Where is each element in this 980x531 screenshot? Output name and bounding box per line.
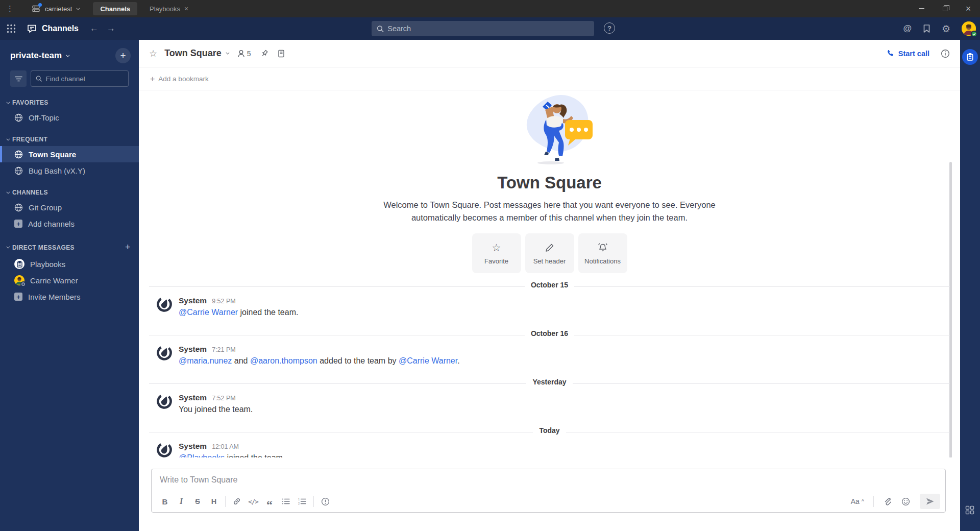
channel-filter-button[interactable]: [10, 70, 27, 87]
channel-label: Bug Bash (vX.Y): [29, 166, 85, 175]
system-post[interactable]: System 12:01 AM @Playbooks joined the te…: [139, 438, 960, 457]
sidebar-item-bug-bash[interactable]: Bug Bash (vX.Y): [0, 162, 139, 179]
sidebar-item-add-channels[interactable]: + Add channels: [0, 215, 139, 232]
heading-button[interactable]: H: [206, 494, 222, 509]
channel-sidebar: private-team + FAVORITES Off-Topic: [0, 40, 139, 531]
mention-link[interactable]: @aaron.thompson: [250, 356, 317, 365]
formatting-toggle-button[interactable]: Aa ^: [847, 497, 868, 505]
section-header[interactable]: CHANNELS: [0, 186, 139, 199]
saved-posts-button[interactable]: [923, 24, 930, 33]
playbooks-app-button[interactable]: [962, 49, 978, 65]
channel-label: Off-Topic: [29, 113, 59, 122]
quote-button[interactable]: “: [261, 494, 278, 509]
mention-link[interactable]: @Playbooks: [179, 453, 225, 457]
channel-name-menu[interactable]: Town Square: [164, 48, 228, 59]
sidebar-item-carrie-warner[interactable]: Carrie Warner: [0, 272, 139, 288]
sidebar-item-town-square[interactable]: Town Square: [0, 146, 139, 162]
sidebar-item-git-group[interactable]: Git Group: [0, 199, 139, 215]
global-header: Channels ← → ? @ ⚙: [0, 17, 980, 40]
priority-icon: [321, 497, 330, 506]
server-switcher[interactable]: carrietest: [20, 0, 88, 17]
set-header-button[interactable]: Set header: [525, 233, 574, 273]
user-avatar[interactable]: [962, 21, 976, 36]
channel-intro: Town Square Welcome to Town Square. Post…: [139, 90, 960, 273]
start-call-button[interactable]: Start call: [887, 50, 929, 58]
global-search[interactable]: [372, 21, 594, 36]
members-button[interactable]: 5: [237, 50, 251, 58]
tab-channels[interactable]: Channels: [93, 2, 137, 15]
link-button[interactable]: [229, 494, 245, 509]
add-direct-message-button[interactable]: +: [125, 242, 131, 253]
mention-link[interactable]: @Carrie Warner: [179, 308, 238, 317]
minimize-icon: [919, 8, 924, 9]
mention-link[interactable]: @Carrie Warner: [399, 356, 457, 365]
attach-file-button[interactable]: [879, 494, 895, 509]
sidebar-item-invite-members[interactable]: + Invite Members: [0, 288, 139, 305]
section-header[interactable]: DIRECT MESSAGES +: [0, 239, 139, 256]
apps-icon: [965, 505, 974, 515]
tab-playbooks[interactable]: Playbooks ×: [142, 2, 195, 15]
restore-button[interactable]: [933, 0, 957, 17]
find-channel-input[interactable]: [45, 75, 124, 83]
priority-button[interactable]: [317, 494, 333, 509]
section-header[interactable]: FAVORITES: [0, 96, 139, 109]
favorite-star-button[interactable]: ☆: [149, 48, 157, 59]
add-channel-button[interactable]: +: [115, 48, 131, 63]
bold-button[interactable]: B: [157, 494, 173, 509]
chevron-down-icon: [6, 245, 10, 249]
section-header[interactable]: FREQUENT: [0, 133, 139, 146]
minimize-button[interactable]: [910, 0, 933, 17]
product-switcher-button[interactable]: [0, 24, 22, 33]
bullet-list-button[interactable]: [278, 494, 294, 509]
code-button[interactable]: </>: [245, 494, 261, 509]
system-post[interactable]: System 9:52 PM @Carrie Warner joined the…: [139, 293, 960, 322]
find-channel-box[interactable]: [31, 70, 129, 87]
strikethrough-button[interactable]: S: [189, 494, 206, 509]
apps-grid-button[interactable]: [965, 505, 974, 515]
send-icon: [926, 498, 934, 505]
tab-label: Playbooks: [150, 5, 180, 13]
close-icon[interactable]: ×: [184, 5, 188, 13]
back-button[interactable]: ←: [90, 23, 99, 34]
app-menu-icon[interactable]: ⋮: [0, 4, 20, 13]
pinned-posts-button[interactable]: [260, 50, 268, 58]
italic-button[interactable]: I: [173, 494, 189, 509]
close-icon: ×: [966, 4, 971, 14]
button-label: Set header: [533, 257, 566, 265]
date-divider: Today: [139, 426, 960, 438]
channel-info-button[interactable]: [941, 49, 950, 58]
post-author: System: [179, 393, 207, 402]
send-button[interactable]: [920, 494, 940, 509]
dm-label: Carrie Warner: [30, 276, 78, 285]
playbooks-icon: [967, 53, 973, 61]
globe-icon: [14, 166, 23, 175]
info-icon: [941, 49, 950, 58]
system-post[interactable]: System 7:52 PM You joined the team.: [139, 390, 960, 419]
chevron-down-icon: [6, 190, 10, 194]
forward-button[interactable]: →: [107, 23, 115, 34]
close-button[interactable]: ×: [957, 0, 980, 17]
team-menu[interactable]: private-team: [10, 51, 68, 61]
pencil-icon: [545, 242, 554, 253]
mention-link[interactable]: @maria.nunez: [179, 356, 232, 365]
notifications-button[interactable]: Notifications: [578, 233, 627, 273]
favorite-button[interactable]: ☆ Favorite: [472, 233, 521, 273]
divider: [225, 496, 226, 507]
search-input[interactable]: [387, 25, 589, 33]
mentions-button[interactable]: @: [903, 23, 912, 34]
sidebar-item-off-topic[interactable]: Off-Topic: [0, 109, 139, 126]
channel-files-button[interactable]: [278, 50, 285, 58]
message-input[interactable]: Write to Town Square: [152, 469, 945, 491]
post-author: System: [179, 296, 207, 305]
add-bookmark-button[interactable]: + Add a bookmark: [150, 75, 209, 84]
message-list[interactable]: Town Square Welcome to Town Square. Post…: [139, 90, 960, 457]
bookmarks-bar: + Add a bookmark: [139, 68, 960, 90]
sidebar-item-playbooks-dm[interactable]: Playbooks: [0, 256, 139, 272]
numbered-list-button[interactable]: 1 2: [294, 494, 310, 509]
emoji-picker-button[interactable]: [897, 494, 914, 509]
settings-button[interactable]: ⚙: [942, 23, 950, 35]
tab-label: Channels: [100, 5, 130, 13]
system-post[interactable]: System 7:21 PM @maria.nunez and @aaron.t…: [139, 341, 960, 370]
help-button[interactable]: ?: [604, 22, 615, 34]
start-call-label: Start call: [898, 50, 929, 58]
